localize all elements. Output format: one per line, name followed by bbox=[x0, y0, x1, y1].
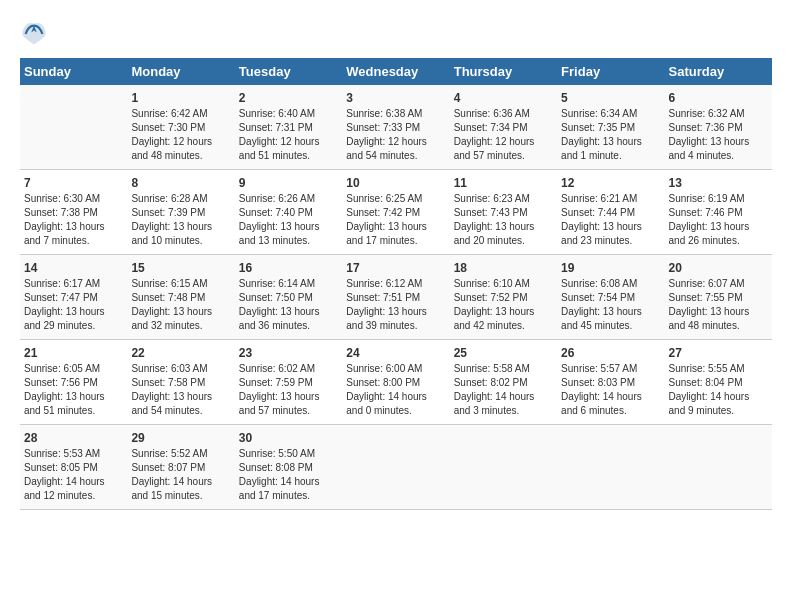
day-number: 24 bbox=[346, 346, 445, 360]
header-day-thursday: Thursday bbox=[450, 58, 557, 85]
calendar-cell: 2Sunrise: 6:40 AM Sunset: 7:31 PM Daylig… bbox=[235, 85, 342, 170]
calendar-cell: 1Sunrise: 6:42 AM Sunset: 7:30 PM Daylig… bbox=[127, 85, 234, 170]
logo bbox=[20, 20, 52, 48]
day-number: 18 bbox=[454, 261, 553, 275]
calendar-cell: 30Sunrise: 5:50 AM Sunset: 8:08 PM Dayli… bbox=[235, 425, 342, 510]
calendar-cell: 8Sunrise: 6:28 AM Sunset: 7:39 PM Daylig… bbox=[127, 170, 234, 255]
week-row-4: 21Sunrise: 6:05 AM Sunset: 7:56 PM Dayli… bbox=[20, 340, 772, 425]
day-info: Sunrise: 6:28 AM Sunset: 7:39 PM Dayligh… bbox=[131, 192, 230, 248]
day-number: 17 bbox=[346, 261, 445, 275]
day-number: 1 bbox=[131, 91, 230, 105]
calendar-cell: 12Sunrise: 6:21 AM Sunset: 7:44 PM Dayli… bbox=[557, 170, 664, 255]
header-day-monday: Monday bbox=[127, 58, 234, 85]
day-info: Sunrise: 6:26 AM Sunset: 7:40 PM Dayligh… bbox=[239, 192, 338, 248]
day-number: 23 bbox=[239, 346, 338, 360]
logo-icon bbox=[20, 20, 48, 48]
day-info: Sunrise: 6:15 AM Sunset: 7:48 PM Dayligh… bbox=[131, 277, 230, 333]
calendar-table: SundayMondayTuesdayWednesdayThursdayFrid… bbox=[20, 58, 772, 510]
day-info: Sunrise: 6:08 AM Sunset: 7:54 PM Dayligh… bbox=[561, 277, 660, 333]
day-number: 16 bbox=[239, 261, 338, 275]
calendar-cell bbox=[20, 85, 127, 170]
day-info: Sunrise: 6:38 AM Sunset: 7:33 PM Dayligh… bbox=[346, 107, 445, 163]
day-number: 29 bbox=[131, 431, 230, 445]
calendar-cell: 3Sunrise: 6:38 AM Sunset: 7:33 PM Daylig… bbox=[342, 85, 449, 170]
day-info: Sunrise: 5:52 AM Sunset: 8:07 PM Dayligh… bbox=[131, 447, 230, 503]
calendar-cell bbox=[665, 425, 772, 510]
day-number: 22 bbox=[131, 346, 230, 360]
header-day-wednesday: Wednesday bbox=[342, 58, 449, 85]
calendar-cell: 5Sunrise: 6:34 AM Sunset: 7:35 PM Daylig… bbox=[557, 85, 664, 170]
day-info: Sunrise: 6:03 AM Sunset: 7:58 PM Dayligh… bbox=[131, 362, 230, 418]
calendar-cell: 21Sunrise: 6:05 AM Sunset: 7:56 PM Dayli… bbox=[20, 340, 127, 425]
day-info: Sunrise: 5:55 AM Sunset: 8:04 PM Dayligh… bbox=[669, 362, 768, 418]
day-info: Sunrise: 6:07 AM Sunset: 7:55 PM Dayligh… bbox=[669, 277, 768, 333]
calendar-cell: 11Sunrise: 6:23 AM Sunset: 7:43 PM Dayli… bbox=[450, 170, 557, 255]
week-row-2: 7Sunrise: 6:30 AM Sunset: 7:38 PM Daylig… bbox=[20, 170, 772, 255]
day-info: Sunrise: 6:02 AM Sunset: 7:59 PM Dayligh… bbox=[239, 362, 338, 418]
day-info: Sunrise: 6:14 AM Sunset: 7:50 PM Dayligh… bbox=[239, 277, 338, 333]
page-header bbox=[20, 20, 772, 48]
day-info: Sunrise: 5:53 AM Sunset: 8:05 PM Dayligh… bbox=[24, 447, 123, 503]
calendar-cell bbox=[557, 425, 664, 510]
calendar-cell: 17Sunrise: 6:12 AM Sunset: 7:51 PM Dayli… bbox=[342, 255, 449, 340]
day-info: Sunrise: 6:42 AM Sunset: 7:30 PM Dayligh… bbox=[131, 107, 230, 163]
day-number: 20 bbox=[669, 261, 768, 275]
header-row: SundayMondayTuesdayWednesdayThursdayFrid… bbox=[20, 58, 772, 85]
calendar-cell bbox=[342, 425, 449, 510]
day-info: Sunrise: 6:30 AM Sunset: 7:38 PM Dayligh… bbox=[24, 192, 123, 248]
day-number: 10 bbox=[346, 176, 445, 190]
day-info: Sunrise: 6:19 AM Sunset: 7:46 PM Dayligh… bbox=[669, 192, 768, 248]
calendar-cell: 22Sunrise: 6:03 AM Sunset: 7:58 PM Dayli… bbox=[127, 340, 234, 425]
header-day-tuesday: Tuesday bbox=[235, 58, 342, 85]
calendar-cell: 28Sunrise: 5:53 AM Sunset: 8:05 PM Dayli… bbox=[20, 425, 127, 510]
day-info: Sunrise: 5:58 AM Sunset: 8:02 PM Dayligh… bbox=[454, 362, 553, 418]
day-info: Sunrise: 6:21 AM Sunset: 7:44 PM Dayligh… bbox=[561, 192, 660, 248]
calendar-body: 1Sunrise: 6:42 AM Sunset: 7:30 PM Daylig… bbox=[20, 85, 772, 510]
day-info: Sunrise: 6:25 AM Sunset: 7:42 PM Dayligh… bbox=[346, 192, 445, 248]
calendar-cell: 18Sunrise: 6:10 AM Sunset: 7:52 PM Dayli… bbox=[450, 255, 557, 340]
calendar-cell bbox=[450, 425, 557, 510]
day-info: Sunrise: 6:32 AM Sunset: 7:36 PM Dayligh… bbox=[669, 107, 768, 163]
day-info: Sunrise: 6:17 AM Sunset: 7:47 PM Dayligh… bbox=[24, 277, 123, 333]
day-number: 8 bbox=[131, 176, 230, 190]
calendar-cell: 14Sunrise: 6:17 AM Sunset: 7:47 PM Dayli… bbox=[20, 255, 127, 340]
calendar-cell: 4Sunrise: 6:36 AM Sunset: 7:34 PM Daylig… bbox=[450, 85, 557, 170]
day-number: 15 bbox=[131, 261, 230, 275]
calendar-cell: 7Sunrise: 6:30 AM Sunset: 7:38 PM Daylig… bbox=[20, 170, 127, 255]
calendar-cell: 27Sunrise: 5:55 AM Sunset: 8:04 PM Dayli… bbox=[665, 340, 772, 425]
day-number: 19 bbox=[561, 261, 660, 275]
calendar-cell: 10Sunrise: 6:25 AM Sunset: 7:42 PM Dayli… bbox=[342, 170, 449, 255]
calendar-cell: 20Sunrise: 6:07 AM Sunset: 7:55 PM Dayli… bbox=[665, 255, 772, 340]
calendar-header: SundayMondayTuesdayWednesdayThursdayFrid… bbox=[20, 58, 772, 85]
day-info: Sunrise: 5:50 AM Sunset: 8:08 PM Dayligh… bbox=[239, 447, 338, 503]
week-row-1: 1Sunrise: 6:42 AM Sunset: 7:30 PM Daylig… bbox=[20, 85, 772, 170]
week-row-3: 14Sunrise: 6:17 AM Sunset: 7:47 PM Dayli… bbox=[20, 255, 772, 340]
calendar-cell: 23Sunrise: 6:02 AM Sunset: 7:59 PM Dayli… bbox=[235, 340, 342, 425]
day-info: Sunrise: 6:36 AM Sunset: 7:34 PM Dayligh… bbox=[454, 107, 553, 163]
day-number: 5 bbox=[561, 91, 660, 105]
day-number: 21 bbox=[24, 346, 123, 360]
day-number: 14 bbox=[24, 261, 123, 275]
calendar-cell: 24Sunrise: 6:00 AM Sunset: 8:00 PM Dayli… bbox=[342, 340, 449, 425]
day-info: Sunrise: 6:00 AM Sunset: 8:00 PM Dayligh… bbox=[346, 362, 445, 418]
day-info: Sunrise: 6:40 AM Sunset: 7:31 PM Dayligh… bbox=[239, 107, 338, 163]
calendar-cell: 9Sunrise: 6:26 AM Sunset: 7:40 PM Daylig… bbox=[235, 170, 342, 255]
header-day-friday: Friday bbox=[557, 58, 664, 85]
header-day-saturday: Saturday bbox=[665, 58, 772, 85]
week-row-5: 28Sunrise: 5:53 AM Sunset: 8:05 PM Dayli… bbox=[20, 425, 772, 510]
day-info: Sunrise: 6:34 AM Sunset: 7:35 PM Dayligh… bbox=[561, 107, 660, 163]
header-day-sunday: Sunday bbox=[20, 58, 127, 85]
day-number: 30 bbox=[239, 431, 338, 445]
day-info: Sunrise: 6:10 AM Sunset: 7:52 PM Dayligh… bbox=[454, 277, 553, 333]
calendar-cell: 19Sunrise: 6:08 AM Sunset: 7:54 PM Dayli… bbox=[557, 255, 664, 340]
day-number: 2 bbox=[239, 91, 338, 105]
calendar-cell: 13Sunrise: 6:19 AM Sunset: 7:46 PM Dayli… bbox=[665, 170, 772, 255]
day-number: 7 bbox=[24, 176, 123, 190]
day-info: Sunrise: 6:05 AM Sunset: 7:56 PM Dayligh… bbox=[24, 362, 123, 418]
day-info: Sunrise: 6:23 AM Sunset: 7:43 PM Dayligh… bbox=[454, 192, 553, 248]
calendar-cell: 6Sunrise: 6:32 AM Sunset: 7:36 PM Daylig… bbox=[665, 85, 772, 170]
day-number: 13 bbox=[669, 176, 768, 190]
day-number: 4 bbox=[454, 91, 553, 105]
calendar-cell: 25Sunrise: 5:58 AM Sunset: 8:02 PM Dayli… bbox=[450, 340, 557, 425]
calendar-cell: 29Sunrise: 5:52 AM Sunset: 8:07 PM Dayli… bbox=[127, 425, 234, 510]
